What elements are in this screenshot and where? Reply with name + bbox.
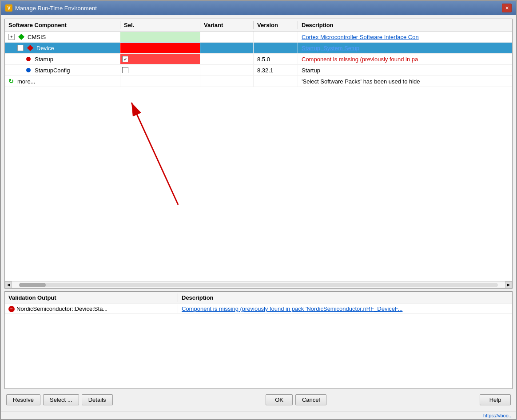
col-header-sel: Sel. [120,21,200,29]
table-header: Software Component Sel. Variant Version … [5,19,512,32]
label-more: more... [17,78,35,85]
resolve-button[interactable]: Resolve [6,394,40,405]
cell-version-startupconfig: 8.32.1 [254,65,298,75]
status-bar: https://vboo... [1,412,516,419]
window-body: Software Component Sel. Variant Version … [1,15,516,412]
col-header-desc: Description [298,21,512,29]
cell-sel-device [120,43,200,53]
cell-variant-startup [200,54,254,64]
cell-version-cmsis [254,32,298,42]
sel-checkbox-startup[interactable]: ✓ [120,54,200,64]
icon-red-diamond [27,45,33,51]
val-cell-output: − NordicSemiconductor::Device:Sta... [5,305,178,313]
table-scroll-area[interactable]: + CMSIS Cortex Microcontroller Software … [5,32,512,281]
scroll-left-button[interactable]: ◀ [5,281,12,289]
col-header-version: Version [254,21,298,29]
table-row[interactable]: StartupConfig 8.32.1 Startup [5,65,512,76]
cell-software-more: ↻ more... [5,76,120,87]
select-button[interactable]: Select ... [43,394,79,405]
icon-red-circle-startup [26,57,31,61]
scrollbar-thumb[interactable] [19,283,46,287]
cell-software-startup: Startup [5,54,120,64]
bottom-bar: Resolve Select ... Details OK Cancel Hel… [4,392,513,408]
col-header-variant: Variant [200,21,254,29]
icon-green-arrow-more: ↻ [8,78,14,85]
scrollbar-track[interactable] [19,283,498,287]
sel-green-cmsis [120,32,200,42]
table-row[interactable]: ↻ more... 'Select Software Packs' has be… [5,76,512,87]
col-header-software: Software Component [5,21,120,29]
main-panel: Software Component Sel. Variant Version … [4,19,513,289]
cell-version-more [254,76,298,87]
table-row[interactable]: + CMSIS Cortex Microcontroller Software … [5,32,512,43]
bottom-center-buttons: OK Cancel [266,394,326,405]
cell-desc-cmsis: Cortex Microcontroller Software Interfac… [298,32,512,42]
label-cmsis: CMSIS [28,34,46,40]
label-device: Device [36,45,54,52]
cell-software-startupconfig: StartupConfig [5,65,120,75]
title-bar-left: V Manage Run-Time Environment [5,4,97,12]
svg-line-1 [131,103,178,205]
cell-software-device: − Device [5,43,120,53]
validation-panel: Validation Output Description − NordicSe… [4,291,513,389]
validation-body: − NordicSemiconductor::Device:Sta... Com… [5,304,512,388]
scroll-right-button[interactable]: ▶ [505,281,512,289]
cell-variant-more [200,76,254,87]
desc-link-cmsis[interactable]: Cortex Microcontroller Software Interfac… [302,34,419,40]
table-row[interactable]: − Device Startup, System Setup [5,43,512,54]
icon-blue-circle-startupconfig [26,68,31,72]
checkbox-startup[interactable]: ✓ [122,56,128,62]
cell-desc-startup: Component is missing (previously found i… [298,54,512,64]
val-cell-desc: Component is missing (previously found i… [178,305,512,313]
cell-version-device [254,43,298,53]
title-bar: V Manage Run-Time Environment ✕ [1,1,516,15]
val-col-header-desc: Description [178,293,512,302]
bottom-right-buttons: Help [480,394,511,405]
desc-link-device[interactable]: Startup, System Setup [302,45,359,52]
title-buttons: ✕ [502,4,512,12]
cell-sel-startup[interactable]: ✓ [120,54,200,64]
details-button[interactable]: Details [82,394,113,405]
val-desc-link[interactable]: Component is missing (previously found i… [182,305,402,312]
val-row[interactable]: − NordicSemiconductor::Device:Sta... Com… [5,304,512,314]
status-text: https://vboo... [483,413,513,418]
error-icon: − [8,306,15,312]
validation-header: Validation Output Description [5,292,512,304]
close-button[interactable]: ✕ [502,4,512,12]
label-startup: Startup [35,56,53,63]
cell-sel-more [120,76,200,87]
cell-version-startup: 8.5.0 [254,54,298,64]
sel-red-device [120,43,200,53]
checkbox-startupconfig[interactable] [122,67,128,73]
manage-rte-window: V Manage Run-Time Environment ✕ Software… [0,0,517,420]
expand-device[interactable]: − [17,45,24,51]
ok-button[interactable]: OK [266,394,293,405]
sel-empty-startupconfig[interactable] [120,65,200,75]
cell-desc-more: 'Select Software Packs' has been used to… [298,76,512,87]
cell-desc-device: Startup, System Setup [298,43,512,53]
val-col-header-output: Validation Output [5,293,178,302]
cell-variant-startupconfig [200,65,254,75]
cell-sel-startupconfig[interactable] [120,65,200,75]
table-row[interactable]: Startup ✓ 8.5.0 Component is missing (pr… [5,54,512,65]
cell-software-cmsis: + CMSIS [5,32,120,42]
expand-cmsis[interactable]: + [8,34,15,40]
horizontal-scrollbar[interactable]: ◀ ▶ [5,281,512,288]
window-title: Manage Run-Time Environment [15,5,97,12]
app-icon: V [5,4,12,12]
val-output-text: NordicSemiconductor::Device:Sta... [16,305,107,312]
cancel-button[interactable]: Cancel [295,394,326,405]
icon-green-diamond [18,34,24,40]
cell-variant-cmsis [200,32,254,42]
label-startupconfig: StartupConfig [35,67,70,74]
help-button[interactable]: Help [480,394,511,405]
cell-desc-startupconfig: Startup [298,65,512,75]
cell-sel-cmsis [120,32,200,42]
cell-variant-device [200,43,254,53]
bottom-left-buttons: Resolve Select ... Details [6,394,113,405]
